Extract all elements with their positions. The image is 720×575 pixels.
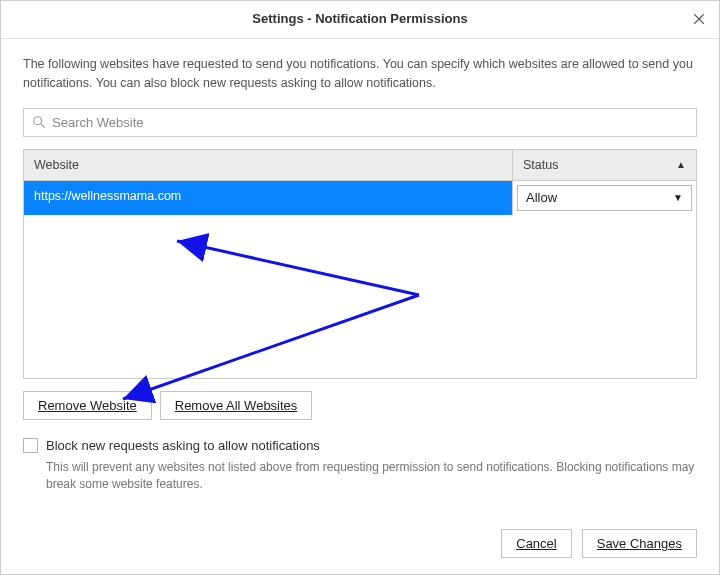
description-text: The following websites have requested to…: [23, 55, 697, 94]
block-section: Block new requests asking to allow notif…: [23, 438, 697, 494]
titlebar: Settings - Notification Permissions: [1, 1, 719, 39]
block-label: Block new requests asking to allow notif…: [46, 438, 320, 453]
chevron-down-icon: ▼: [673, 192, 683, 203]
close-icon[interactable]: [689, 9, 709, 29]
sort-indicator-icon: ▲: [676, 159, 686, 170]
table-header: Website Status ▲: [24, 150, 696, 181]
block-row: Block new requests asking to allow notif…: [23, 438, 697, 453]
save-label: Save Changes: [597, 536, 682, 551]
remove-website-label: Remove Website: [38, 398, 137, 413]
save-changes-button[interactable]: Save Changes: [582, 529, 697, 558]
cancel-label: Cancel: [516, 536, 556, 551]
settings-dialog: Settings - Notification Permissions The …: [0, 0, 720, 575]
search-input[interactable]: [52, 115, 688, 130]
block-note: This will prevent any websites not liste…: [46, 459, 697, 494]
search-field[interactable]: [23, 108, 697, 137]
remove-all-label: Remove All Websites: [175, 398, 298, 413]
block-checkbox[interactable]: [23, 438, 38, 453]
table-body: https://wellnessmama.com Allow ▼: [24, 181, 696, 378]
cell-status: Allow ▼: [512, 181, 696, 215]
remove-all-websites-button[interactable]: Remove All Websites: [160, 391, 313, 420]
dialog-footer: Cancel Save Changes: [1, 517, 719, 574]
permissions-table: Website Status ▲ https://wellnessmama.co…: [23, 149, 697, 379]
cancel-button[interactable]: Cancel: [501, 529, 571, 558]
dialog-content: The following websites have requested to…: [1, 39, 719, 517]
svg-point-0: [34, 117, 42, 125]
column-header-website[interactable]: Website: [24, 150, 512, 180]
column-header-status-label: Status: [523, 158, 558, 172]
status-value: Allow: [526, 190, 557, 205]
table-row[interactable]: https://wellnessmama.com Allow ▼: [24, 181, 696, 215]
svg-line-1: [41, 124, 44, 127]
search-icon: [32, 115, 46, 129]
status-select[interactable]: Allow ▼: [517, 185, 692, 211]
column-header-status[interactable]: Status ▲: [512, 150, 696, 180]
remove-website-button[interactable]: Remove Website: [23, 391, 152, 420]
cell-website: https://wellnessmama.com: [24, 181, 512, 215]
dialog-title: Settings - Notification Permissions: [252, 11, 467, 26]
remove-buttons-row: Remove Website Remove All Websites: [23, 391, 697, 420]
